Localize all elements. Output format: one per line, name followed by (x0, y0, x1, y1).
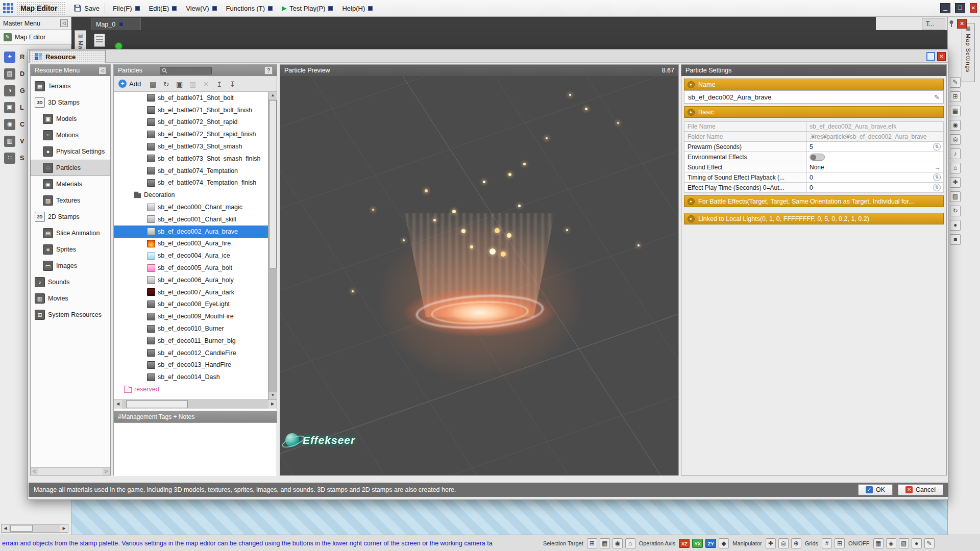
selection-object-icon[interactable]: ◉ (612, 538, 623, 548)
import-button[interactable]: ↧ (227, 78, 238, 90)
axis-yx-button[interactable]: YX (692, 539, 703, 548)
dialog-restore-button[interactable] (926, 52, 935, 61)
toggle-gizmo-icon[interactable]: ◈ (886, 538, 896, 548)
resource-menu-item-sounds[interactable]: ♪Sounds (31, 274, 110, 290)
setting-value[interactable]: 0⇅ (807, 183, 943, 192)
spinner-icon[interactable]: ⇅ (933, 173, 941, 181)
menu-edit[interactable]: Edit(E) (144, 3, 182, 14)
edit-pencil-icon[interactable]: ✎ (934, 93, 940, 101)
sound-tool-icon[interactable]: ♪ (950, 148, 961, 159)
particle-name-field[interactable]: sb_ef_deco002_Aura_brave ✎ (684, 90, 944, 104)
tab-map-0[interactable]: Map_0 (91, 18, 141, 30)
tree-item-sb-ef-deco006-aura-holy[interactable]: sb_ef_deco006_Aura_holy (114, 274, 268, 286)
edit-tool-icon[interactable]: ✎ (950, 77, 961, 88)
tree-horizontal-scrollbar[interactable]: ◀ ▶ (114, 399, 277, 409)
section-local-lights[interactable]: ▸ Linked to Local Lights(0, 1, 0, FFFFFF… (684, 213, 944, 224)
rotate-manipulator-icon[interactable]: ◎ (778, 538, 789, 548)
resource-menu-item-materials[interactable]: ◉Materials (31, 176, 110, 192)
menu-help[interactable]: Help(H) (337, 3, 377, 14)
spinner-icon[interactable]: ⇅ (933, 143, 941, 151)
add-button[interactable]: + Add (116, 78, 145, 89)
tab-t[interactable]: T... (922, 18, 945, 30)
resource-menu-item-terrains[interactable]: ▦Terrains (31, 78, 110, 94)
collapse-master-menu-button[interactable]: ◁ (60, 19, 68, 27)
pin-button[interactable] (947, 19, 956, 28)
grid-snap-icon[interactable]: # (822, 538, 832, 548)
tree-item-sb-ef-deco005-aura-bolt[interactable]: sb_ef_deco005_Aura_bolt (114, 262, 268, 274)
home-tool-icon[interactable]: ⌂ (950, 163, 961, 173)
tree-item-sb-ef-deco011-burner-big[interactable]: sb_ef_deco011_Burner_big (114, 335, 268, 347)
menu-functions[interactable]: Functions (T) (222, 3, 278, 14)
scroll-down-button[interactable]: ▼ (268, 392, 277, 399)
cancel-button[interactable]: ✕ Cancel (898, 484, 943, 495)
tree-item-sb-ef-deco012-candlefire[interactable]: sb_ef_deco012_CandleFire (114, 347, 268, 359)
resource-menu-item-movies[interactable]: ▥Movies (31, 290, 110, 307)
tree-item-sb-ef-deco014-dash[interactable]: sb_ef_deco014_Dash (114, 371, 268, 383)
collapse-resource-menu-button[interactable]: ◁ (99, 67, 106, 74)
preview-viewport[interactable]: Effekseer (280, 76, 678, 475)
toggle-draw-icon[interactable]: ✎ (924, 538, 935, 548)
toggle-switch[interactable] (810, 154, 825, 161)
spinner-icon[interactable]: ⇅ (933, 184, 941, 191)
stop-tool-icon[interactable]: ■ (950, 234, 961, 245)
section-name[interactable]: ▸ Name (684, 79, 944, 90)
tree-item-sb-ef-deco004-aura-ice[interactable]: sb_ef_deco004_Aura_ice (114, 249, 268, 262)
selection-home-icon[interactable]: ⌂ (625, 538, 635, 548)
resource-menu-item-system-resources[interactable]: ⊞System Resources (31, 307, 110, 323)
tree-item-sb-ef-deco003-aura-fire[interactable]: sb_ef_deco003_Aura_fire (114, 238, 268, 250)
toggle-shading-icon[interactable]: ▧ (899, 538, 909, 548)
scroll-up-button[interactable]: ▲ (268, 92, 277, 99)
delete-button[interactable]: ✕ (200, 78, 212, 90)
paste-button[interactable]: ▥ (187, 78, 199, 90)
tree-item-sb-ef-battle071-shot-bolt[interactable]: sb_ef_battle071_Shot_bolt (114, 92, 268, 104)
section-basic[interactable]: ▸ Basic (684, 106, 944, 118)
arrow-icon[interactable]: → (935, 164, 941, 171)
axis-xz-button[interactable]: XZ (679, 539, 690, 548)
export-button[interactable]: ↥ (213, 78, 225, 90)
resource-menu-item-sprites[interactable]: ∗Sprites (31, 241, 110, 258)
menu-file[interactable]: File(F) (108, 3, 144, 14)
move-manipulator-icon[interactable]: ✚ (766, 538, 776, 548)
resource-menu-item-models[interactable]: ▣Models (31, 111, 110, 127)
toggle-light-icon[interactable]: ● (912, 538, 922, 548)
setting-value[interactable]: 5⇅ (807, 142, 943, 152)
scroll-thumb[interactable] (126, 400, 188, 408)
tree-item-sb-ef-deco002-aura-brave[interactable]: sb_ef_deco002_Aura_brave (114, 226, 268, 238)
tree-folder-decoration[interactable]: Decoration (114, 189, 268, 201)
target-tool-icon[interactable]: ◉ (950, 120, 961, 131)
tree-item-sb-ef-battle073-shot-smash-finish[interactable]: sb_ef_battle073_Shot_smash_finish (114, 153, 268, 165)
selection-grid-icon[interactable]: ⊞ (587, 538, 597, 548)
add-tool-icon[interactable]: ✚ (950, 177, 961, 188)
help-button[interactable]: ? (264, 66, 273, 74)
minimize-button[interactable]: ▁ (940, 3, 950, 13)
tree-item-sb-ef-deco010-burner[interactable]: sb_ef_deco010_Burner (114, 322, 268, 335)
section-battle-effects[interactable]: ▸ For Battle Effects(Target, Target, Sam… (684, 195, 944, 207)
resource-menu-item-2d-stamps[interactable]: 2D2D Stamps (31, 209, 110, 225)
menu-testplay[interactable]: ▶Test Play(P) (277, 3, 337, 14)
tree-item-sb-ef-deco013-handfire[interactable]: sb_ef_deco013_HandFire (114, 359, 268, 371)
copy-button[interactable]: ▣ (174, 78, 185, 90)
sidebar-item-map-editor[interactable]: ✎ Map Editor (0, 30, 71, 45)
tree-folder-reserved[interactable]: reserved (114, 383, 268, 395)
dialog-close-button[interactable]: ✕ (937, 52, 946, 61)
refresh-button[interactable]: ↻ (160, 78, 172, 90)
tab-resource[interactable]: Resource (29, 50, 106, 63)
resource-menu-item-textures[interactable]: ▨Textures (31, 192, 110, 209)
resource-menu-item-images[interactable]: ▭Images (31, 258, 110, 274)
scroll-left-button[interactable]: ◀ (114, 400, 122, 409)
tree-item-sb-ef-battle072-shot-rapid[interactable]: sb_ef_battle072_Shot_rapid (114, 116, 268, 129)
management-tags-notes[interactable] (114, 422, 277, 476)
resource-menu-item-motions[interactable]: ≈Motions (31, 127, 110, 143)
scroll-thumb[interactable] (269, 100, 277, 268)
layers-tool-icon[interactable]: ▦ (950, 106, 961, 116)
menu-view[interactable]: View(V) (181, 3, 221, 14)
tree-item-sb-ef-deco008-eyelight[interactable]: sb_ef_deco008_EyeLight (114, 298, 268, 311)
new-folder-button[interactable]: ▤ (147, 78, 159, 90)
tab-map-settings[interactable]: ▦ Map Settings (962, 23, 975, 82)
axis-zy-button[interactable]: ZY (705, 539, 716, 548)
maximize-button[interactable]: ❒ (955, 3, 965, 13)
resource-menu-item-3d-stamps[interactable]: 3D3D Stamps (31, 94, 110, 111)
resource-menu-item-physical-settings[interactable]: ●Physical Settings (31, 143, 110, 160)
gear-icon[interactable]: ◎ (950, 134, 961, 145)
ok-button[interactable]: ✓ OK (858, 484, 893, 495)
